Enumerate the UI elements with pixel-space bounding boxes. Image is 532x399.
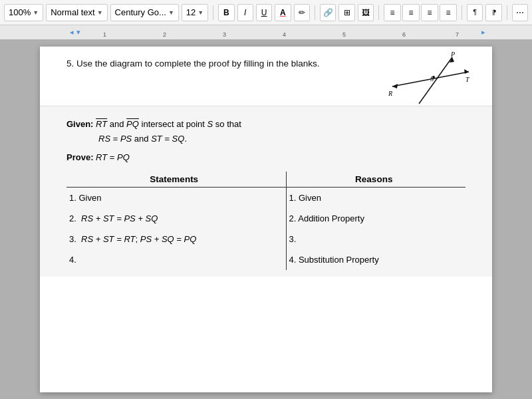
given-label: Given: bbox=[66, 119, 96, 129]
section-bottom: Given: RT and PQ intersect at point S so… bbox=[40, 106, 492, 277]
svg-marker-3 bbox=[392, 84, 398, 88]
table-insert-button[interactable]: ⊞ bbox=[338, 4, 354, 21]
pq-label: PQ bbox=[126, 119, 139, 129]
zoom-selector[interactable]: 100% ▼ bbox=[4, 4, 43, 21]
given-prove: Given: RT and PQ intersect at point S so… bbox=[66, 117, 466, 165]
pencil-button[interactable]: ✏ bbox=[294, 4, 310, 21]
align-left-button[interactable]: ≡ bbox=[384, 4, 401, 21]
statement-2: 2. RS + ST = PS + SQ bbox=[66, 208, 286, 229]
font-selector[interactable]: Century Go... ▼ bbox=[110, 4, 179, 21]
size-label: 12 bbox=[186, 7, 196, 17]
rt-label: RT bbox=[96, 119, 107, 129]
align-group: ≡ ≡ ≡ ≡ bbox=[384, 4, 457, 21]
diagram-svg: P R S T bbox=[386, 52, 472, 108]
table-row: 1. Given 1. Given bbox=[66, 188, 466, 209]
col-reasons: Reasons bbox=[286, 172, 466, 188]
prove-eq: = bbox=[107, 152, 117, 162]
given-and: and bbox=[132, 134, 151, 144]
align-right-button[interactable]: ≡ bbox=[421, 4, 438, 21]
more-button[interactable]: ⋯ bbox=[512, 4, 528, 21]
style-selector[interactable]: Normal text ▼ bbox=[46, 4, 107, 21]
table-row: 4. 4. Substitution Property bbox=[66, 249, 466, 270]
zoom-chevron: ▼ bbox=[33, 9, 39, 16]
ruler-tick-7: 7 bbox=[456, 31, 459, 38]
given-eq1: = bbox=[110, 134, 120, 144]
label-r: R bbox=[388, 90, 392, 97]
given-period: . bbox=[184, 134, 187, 144]
sq-label: SQ bbox=[172, 134, 185, 144]
given-text-1: and bbox=[107, 119, 126, 129]
point-s bbox=[432, 76, 435, 78]
style-chevron: ▼ bbox=[97, 9, 103, 16]
underline-button[interactable]: U bbox=[256, 4, 272, 21]
prove-pq: PQ bbox=[117, 152, 130, 162]
ruler-tick-5: 5 bbox=[342, 31, 346, 38]
size-chevron: ▼ bbox=[198, 9, 203, 16]
separator4 bbox=[462, 5, 462, 20]
ruler-tick-1: 1 bbox=[103, 31, 106, 38]
geometry-diagram: P R S T bbox=[386, 52, 472, 111]
page-area: 5. Use the diagram to complete the proof… bbox=[0, 40, 532, 399]
indent-button[interactable]: ¶ bbox=[467, 4, 483, 21]
statement-3: 3. RS + ST = RT; PS + SQ = PQ bbox=[66, 229, 286, 249]
font-label: Century Go... bbox=[115, 7, 166, 17]
label-t: T bbox=[466, 76, 470, 83]
given-text-3: so that bbox=[213, 119, 241, 129]
point-s-label: S bbox=[207, 119, 213, 129]
reason-3: 3. bbox=[286, 229, 466, 249]
given-eq2: = bbox=[162, 134, 172, 144]
ruler-tick-3: 3 bbox=[223, 31, 226, 38]
table-row: 3. RS + ST = RT; PS + SQ = PQ 3. bbox=[66, 229, 466, 249]
document: 5. Use the diagram to complete the proof… bbox=[40, 47, 492, 392]
separator1 bbox=[213, 5, 213, 20]
separator3 bbox=[378, 5, 379, 20]
statement-4: 4. bbox=[66, 249, 286, 270]
font-color-label: A bbox=[280, 8, 286, 17]
image-button[interactable]: 🖼 bbox=[358, 4, 374, 21]
statement-1: 1. Given bbox=[66, 188, 286, 209]
st-label: ST bbox=[151, 134, 162, 144]
proof-table: Statements Reasons 1. Given 1. Given 2. … bbox=[66, 172, 466, 270]
reason-4: 4. Substitution Property bbox=[286, 249, 466, 270]
zoom-label: 100% bbox=[9, 7, 31, 17]
section-top: 5. Use the diagram to complete the proof… bbox=[40, 47, 492, 106]
prove-label: Prove: bbox=[66, 152, 96, 162]
link-button[interactable]: 🔗 bbox=[320, 4, 336, 21]
bold-button[interactable]: B bbox=[218, 4, 234, 21]
ps-label: PS bbox=[120, 134, 132, 144]
ruler-tick-2: 2 bbox=[163, 31, 166, 38]
ruler-right-arrow: ▸ bbox=[481, 28, 485, 37]
prove-rt: RT bbox=[96, 152, 107, 162]
ruler: ◂ ▾ 1 2 3 4 5 6 7 ▸ bbox=[0, 25, 532, 40]
ruler-left-arrow: ◂ bbox=[70, 28, 74, 37]
toolbar: 100% ▼ Normal text ▼ Century Go... ▼ 12 … bbox=[0, 0, 532, 25]
reason-2: 2. Addition Property bbox=[286, 208, 466, 229]
given-line: Given: RT and PQ intersect at point S so… bbox=[66, 117, 466, 132]
table-row: 2. RS + ST = PS + SQ 2. Addition Propert… bbox=[66, 208, 466, 229]
ruler-tick-4: 4 bbox=[283, 31, 286, 38]
ruler-tab-marker[interactable]: ▾ bbox=[76, 28, 80, 37]
given-text-2: intersect at point bbox=[139, 119, 207, 129]
size-selector[interactable]: 12 ▼ bbox=[182, 4, 208, 21]
given-line2: RS = PS and ST = SQ. bbox=[66, 132, 466, 146]
ruler-tick-6: 6 bbox=[402, 31, 406, 38]
separator2 bbox=[315, 5, 315, 20]
svg-marker-2 bbox=[464, 69, 469, 74]
rs-label: RS bbox=[98, 134, 110, 144]
italic-button[interactable]: I bbox=[237, 4, 253, 21]
col-statements: Statements bbox=[66, 172, 286, 188]
prove-line: Prove: RT = PQ bbox=[66, 150, 466, 165]
reason-1: 1. Given bbox=[286, 188, 466, 209]
align-justify-button[interactable]: ≡ bbox=[440, 4, 457, 21]
style-label: Normal text bbox=[51, 7, 94, 17]
font-chevron: ▼ bbox=[168, 9, 174, 16]
align-center-button[interactable]: ≡ bbox=[402, 4, 420, 21]
label-p: P bbox=[450, 52, 455, 58]
separator5 bbox=[507, 5, 507, 20]
outdent-button[interactable]: ⁋ bbox=[485, 4, 501, 21]
font-color-button[interactable]: A bbox=[275, 4, 291, 21]
